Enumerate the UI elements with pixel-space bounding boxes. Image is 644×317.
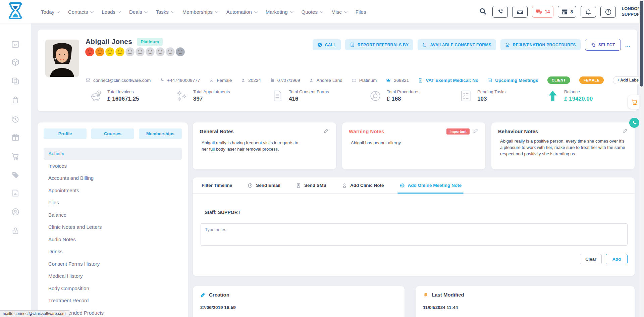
nav-deals[interactable]: Deals	[129, 9, 147, 15]
tab-profile[interactable]: Profile	[44, 128, 87, 139]
important-badge: Important	[446, 128, 470, 135]
call-button[interactable]: CALL	[313, 39, 341, 50]
edit-pencil-icon[interactable]	[622, 128, 628, 135]
edit-pencil-icon[interactable]	[473, 128, 479, 135]
sidebar-item-balance[interactable]: Balance	[44, 209, 182, 221]
package-icon[interactable]	[11, 58, 20, 68]
tab-add-clinic-note[interactable]: Add Clinic Note	[342, 177, 384, 193]
price-tag-icon[interactable]	[11, 170, 20, 181]
upcoming-meetings-link[interactable]: 12 Upcoming Meetings	[487, 78, 538, 83]
tab-send-sms[interactable]: Send SMS	[296, 177, 326, 193]
sidebar-item-audio-notes[interactable]: Audio Notes	[44, 233, 182, 246]
sidebar-item-clinic-notes-and-letters[interactable]: Clinic Notes and Letters	[44, 221, 182, 233]
mood-face[interactable]	[135, 47, 145, 57]
svg-text:12: 12	[489, 80, 491, 82]
piggy-bank-icon: $	[90, 90, 102, 102]
nav-memberships[interactable]: Memberships	[182, 9, 217, 15]
sidebar-item-medical-history[interactable]: Medical History	[44, 270, 182, 282]
shopping-bag-icon[interactable]	[11, 95, 20, 106]
topbar-actions: 14 8 ? LONDON SUPPORT	[479, 0, 644, 23]
chat-count-badge: 14	[545, 9, 550, 14]
label-female-badge[interactable]: FEMALE	[579, 76, 604, 84]
store-count-badge: 8	[571, 9, 573, 14]
chat-messages-button[interactable]: 14	[532, 6, 553, 18]
mood-face[interactable]	[95, 47, 105, 57]
chevron-down-icon	[290, 10, 293, 13]
task-list-icon	[460, 90, 472, 102]
chevron-down-icon	[344, 10, 347, 13]
inbox-tray-icon	[517, 8, 524, 15]
sparkles-icon	[175, 90, 188, 102]
sidebar-item-treatment-record[interactable]: Treatment Record	[44, 295, 182, 307]
tab-filter-timeline[interactable]: Filter Timeline	[202, 177, 232, 193]
sidebar-item-files[interactable]: Files	[44, 197, 182, 209]
lock-icon[interactable]	[11, 226, 20, 236]
edit-pencil-icon[interactable]	[324, 128, 329, 135]
nav-files[interactable]: Files	[356, 9, 366, 15]
nav-tasks[interactable]: Tasks	[156, 9, 173, 15]
mood-face[interactable]	[155, 47, 165, 57]
notifications-button[interactable]	[581, 6, 596, 18]
sidebar-item-activity[interactable]: Activity	[44, 148, 182, 160]
patient-actions: CALL REPORT REFERRALS BY AVAILABLE CONSE…	[313, 39, 631, 51]
mood-face[interactable]	[175, 47, 185, 57]
copy-icon[interactable]	[11, 76, 20, 87]
add-button[interactable]: Add	[606, 254, 628, 264]
mood-face[interactable]	[125, 47, 135, 57]
mood-face[interactable]	[105, 47, 115, 57]
rejuvenation-procedures-button[interactable]: REJUVENATION PROCEDURES	[500, 39, 581, 50]
cart-icon[interactable]	[11, 152, 20, 162]
tab-courses[interactable]: Courses	[91, 128, 134, 139]
select-button[interactable]: SELECT	[585, 39, 621, 51]
notes-input[interactable]	[201, 223, 628, 246]
scrollbar-thumb[interactable]	[640, 1, 643, 87]
sidebar-item-appointments[interactable]: Appointments	[44, 184, 182, 197]
nav-quotes[interactable]: Quotes	[302, 9, 322, 15]
tab-send-email[interactable]: Send Email	[248, 177, 280, 193]
whatsapp-button[interactable]	[629, 118, 639, 128]
calendar-icon[interactable]: 12	[11, 40, 20, 50]
clear-button[interactable]: Clear	[580, 254, 602, 264]
more-actions-button[interactable]: ...	[625, 42, 631, 48]
vat-exempt-link[interactable]: VAT Exempt Medical: No	[418, 78, 478, 83]
app-logo-icon[interactable]	[8, 2, 23, 23]
tab-add-online-meeting-note[interactable]: Add Online Meeting Note	[399, 177, 462, 193]
history-icon[interactable]	[11, 115, 20, 125]
sidebar-item-drinks[interactable]: Drinks	[44, 246, 182, 258]
store-button[interactable]: 8	[558, 6, 577, 18]
bell-icon	[585, 8, 592, 15]
consent-forms-button[interactable]: AVAILABLE CONSENT FORMS	[418, 39, 496, 50]
patient-email[interactable]: connect@clinicsoftware.com	[86, 78, 151, 83]
report-referrals-button[interactable]: REPORT REFERRALS BY	[345, 39, 413, 50]
patient-photo[interactable]	[45, 40, 79, 77]
phone-call-button[interactable]	[492, 6, 508, 18]
sidebar-item-invoices[interactable]: Invoices	[44, 160, 182, 172]
calendar-icon: 12	[487, 78, 492, 83]
nav-leads[interactable]: Leads	[102, 9, 120, 15]
sidebar-item-body-composition[interactable]: Body Composition	[44, 282, 182, 295]
gift-icon[interactable]	[11, 133, 20, 143]
inbox-button[interactable]	[512, 6, 528, 18]
nav-today[interactable]: Today	[41, 9, 59, 15]
patient-phone[interactable]: +447490009777	[160, 78, 200, 83]
chevron-down-icon	[171, 10, 174, 13]
account-icon[interactable]	[11, 207, 20, 218]
mood-face[interactable]	[115, 47, 125, 57]
sidebar-item-accounts-and-billing[interactable]: Accounts and Billing	[44, 172, 182, 184]
nav-marketing[interactable]: Marketing	[266, 9, 292, 15]
label-client-badge[interactable]: CLIENT	[547, 76, 570, 84]
page-scrollbar[interactable]	[639, 0, 644, 317]
mood-face[interactable]	[165, 47, 175, 57]
tab-memberships[interactable]: Memberships	[139, 128, 182, 139]
tier-badge: Platinum	[137, 38, 163, 46]
behaviour-notes-title: Behaviour Notes	[498, 128, 538, 134]
report-icon[interactable]	[11, 189, 20, 199]
nav-automation[interactable]: Automation	[226, 9, 257, 15]
sidebar-item-consent-forms-history[interactable]: Consent Forms History	[44, 258, 182, 270]
help-button[interactable]: ?	[600, 6, 616, 18]
search-icon[interactable]	[479, 7, 487, 16]
mood-face[interactable]	[145, 47, 155, 57]
mood-face[interactable]	[85, 47, 95, 57]
nav-misc[interactable]: Misc	[331, 9, 346, 15]
nav-contacts[interactable]: Contacts	[68, 9, 93, 15]
